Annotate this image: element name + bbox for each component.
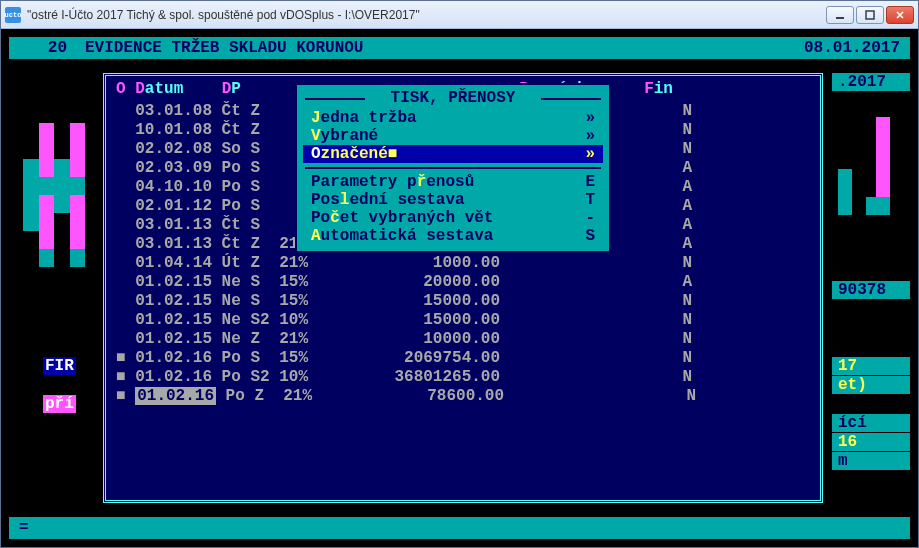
table-row[interactable]: 01.02.15 Ne S 15% 20000.00 A [116, 273, 810, 292]
header-date: 08.01.2017 [804, 39, 900, 57]
popup-item[interactable]: Jedna tržba» [297, 109, 609, 127]
terminal-header: 20 EVIDENCE TRŽEB SKLADU KORUNOU 08.01.2… [9, 37, 910, 59]
badge-17: 17 [832, 357, 910, 375]
dos-terminal: 20 EVIDENCE TRŽEB SKLADU KORUNOU 08.01.2… [1, 29, 918, 547]
badge-16: 16 [832, 433, 910, 451]
app-icon: ucto [5, 7, 21, 23]
close-button[interactable] [886, 6, 914, 24]
header-number: 20 [19, 39, 67, 57]
popup-item[interactable]: Počet vybraných vět- [297, 209, 609, 227]
popup-item[interactable]: Označené■» [303, 145, 603, 163]
app-window: ucto "ostré I-Účto 2017 Tichý & spol. sp… [0, 0, 919, 548]
popup-item[interactable]: Automatická sestavaS [297, 227, 609, 245]
table-row[interactable]: 01.02.15 Ne S 15% 15000.00 N [116, 292, 810, 311]
badge-code: 90378 [832, 281, 910, 299]
minimize-button[interactable] [826, 6, 854, 24]
decor-left [23, 123, 85, 267]
popup-menu: TISK, PŘENOSY Jedna tržba»Vybrané»Označe… [295, 83, 611, 253]
table-row[interactable]: ■ 01.02.16 Po S 15% 2069754.00 N [116, 349, 810, 368]
badge-year: .2017 [832, 73, 910, 91]
badge-et: et) [832, 376, 910, 394]
label-fir: FIR [43, 357, 76, 375]
titlebar: ucto "ostré I-Účto 2017 Tichý & spol. sp… [1, 1, 918, 29]
popup-title: TISK, PŘENOSY [297, 89, 609, 109]
table-row[interactable]: 01.02.15 Ne S2 10% 15000.00 N [116, 311, 810, 330]
popup-item[interactable]: Poslední sestavaT [297, 191, 609, 209]
table-row[interactable]: ■ 01.02.16 Po S2 10% 36801265.00 N [116, 368, 810, 387]
window-title: "ostré I-Účto 2017 Tichý & spol. spouště… [27, 8, 826, 22]
table-row[interactable]: 01.04.14 Út Z 21% 1000.00 N [116, 254, 810, 273]
badge-m: m [832, 452, 910, 470]
header-title: EVIDENCE TRŽEB SKLADU KORUNOU [67, 39, 804, 57]
statusbar: = [9, 517, 910, 539]
table-row[interactable]: ■ 01.02.16 Po Z 21% 78600.00 N [116, 387, 810, 406]
popup-separator [305, 167, 601, 169]
badge-ici: ící [832, 414, 910, 432]
svg-rect-0 [836, 17, 844, 19]
decor-right [838, 117, 890, 217]
label-pri: pří [43, 395, 76, 413]
maximize-button[interactable] [856, 6, 884, 24]
popup-item[interactable]: Parametry přenosůE [297, 173, 609, 191]
popup-item[interactable]: Vybrané» [297, 127, 609, 145]
svg-rect-1 [866, 11, 874, 19]
table-row[interactable]: 01.02.15 Ne Z 21% 10000.00 N [116, 330, 810, 349]
